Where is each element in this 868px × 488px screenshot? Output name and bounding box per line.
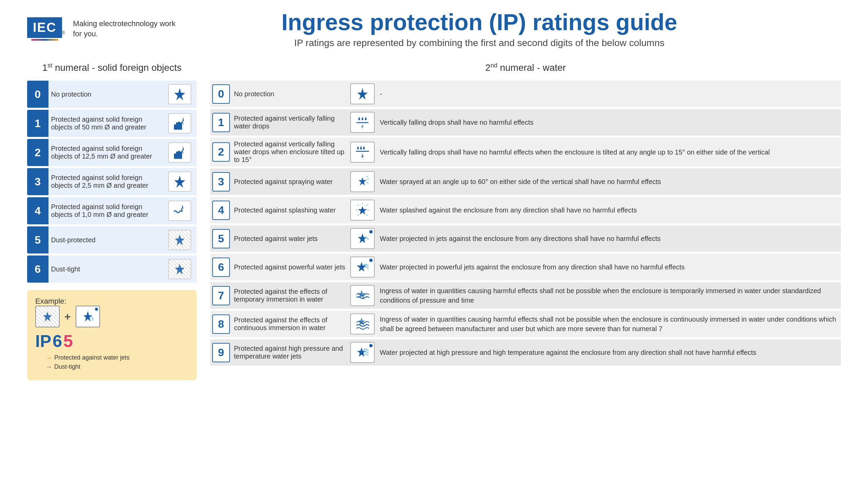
water-icon-box-7 (350, 285, 375, 306)
svg-rect-0 (174, 124, 176, 130)
iec-logo-box: IEC ® (27, 17, 62, 38)
right-col-heading: 2nd numeral - water (210, 62, 841, 73)
water-detail-1: Vertically falling drops shall have no h… (378, 109, 841, 136)
left-column: 1st numeral - solid foreign objects 0 No… (27, 62, 197, 380)
solid-num-6: 6 (27, 256, 48, 283)
water-num-8: 8 (212, 314, 230, 334)
solid-icon-3 (162, 168, 197, 195)
water-num-1: 1 (212, 113, 230, 132)
water-row-4: 4 Protected against splashing water (210, 197, 841, 223)
solid-row-3: 3 Protected against solid foreign object… (27, 168, 197, 195)
water-icon-7 (347, 282, 378, 309)
content: 1st numeral - solid foreign objects 0 No… (27, 62, 841, 380)
water-table: 0 No protection - 1 Protected against (210, 79, 841, 368)
water-desc-6: Protected against powerful water jets (232, 254, 347, 280)
water-num-7: 7 (212, 286, 230, 305)
water-desc-4: Protected against splashing water (232, 197, 347, 223)
water-icon-box-3 (350, 171, 375, 192)
water-row-2: 2 Protected against vertically falling w… (210, 138, 841, 166)
dot-indicator-5 (369, 230, 373, 233)
solid-icon-box-3 (168, 171, 191, 192)
svg-line-18 (366, 215, 367, 216)
left-col-heading: 1st numeral - solid foreign objects (27, 62, 197, 73)
svg-line-15 (358, 205, 359, 206)
water-row-5: 5 Protected against water jets Water pro… (210, 225, 841, 252)
water-icon-8 (347, 311, 378, 337)
solid-icon-2 (162, 139, 197, 166)
water-row-1: 1 Protected against vertically falling w… (210, 109, 841, 136)
solid-desc-3: Protected against solid foreign objects … (48, 168, 163, 195)
solid-num-5: 5 (27, 226, 48, 253)
arrow-line-2: → Dust-tight (45, 363, 189, 371)
water-num-0: 0 (212, 84, 230, 104)
ip-code: IP 6 5 (35, 331, 189, 351)
water-detail-8: Ingress of water in quantities causing h… (378, 311, 841, 337)
water-row-7: 7 Protected against the effects of tempo… (210, 282, 841, 309)
solid-row-4: 4 Protected against solid foreign object… (27, 197, 197, 224)
water-desc-3: Protected against spraying water (232, 168, 347, 195)
title-area: Ingress protection (IP) ratings guide IP… (185, 9, 841, 48)
water-icon-5 (347, 225, 378, 252)
solid-row-6: 6 Dust-tight (27, 256, 197, 283)
water-row-0: 0 No protection - (210, 81, 841, 107)
iec-tagline: Making electrotechnology work for you. (73, 19, 175, 40)
header: IEC ® Making electrotechnology work for … (0, 0, 868, 48)
water-icon-box-4 (350, 200, 375, 221)
svg-line-14 (366, 205, 367, 206)
solid-num-2: 2 (27, 139, 48, 166)
water-icon-box-2 (350, 142, 375, 163)
water-num-6: 6 (212, 258, 230, 277)
water-desc-1: Protected against vertically falling wat… (232, 109, 347, 136)
solid-row-1: 1 Protected against solid foreign object… (27, 110, 197, 137)
solid-desc-6: Dust-tight (48, 256, 163, 283)
svg-rect-2 (178, 122, 180, 130)
water-detail-7: Ingress of water in quantities causing h… (378, 282, 841, 309)
svg-rect-1 (176, 122, 178, 130)
water-num-9: 9 (212, 343, 230, 362)
solid-row-5: 5 Dust-protected (27, 226, 197, 253)
water-row-9: 9 Protected against high pressure and te… (210, 339, 841, 366)
water-icon-4 (347, 197, 378, 223)
arrow-label-1: Protected against water jets (54, 354, 130, 361)
arrow-line-1: → Protected against water jets (45, 354, 189, 362)
solid-desc-5: Dust-protected (48, 226, 163, 253)
ip-digit1: 6 (53, 331, 62, 351)
ip-prefix: IP (35, 331, 51, 351)
arrow-labels: → Protected against water jets → Dust-ti… (45, 354, 189, 371)
svg-rect-7 (180, 151, 182, 159)
solid-icon-box-2 (168, 142, 191, 163)
solid-icon-box-0 (168, 84, 191, 104)
water-icon-box-9 (350, 342, 375, 363)
solid-num-1: 1 (27, 110, 48, 137)
solid-icon-box-6 (168, 259, 191, 279)
example-icon-dust (35, 306, 60, 327)
arrow-label-2: Dust-tight (54, 363, 80, 370)
svg-line-10 (366, 176, 368, 177)
main-title: Ingress protection (IP) ratings guide (185, 9, 773, 35)
svg-line-11 (367, 179, 369, 180)
svg-rect-5 (176, 151, 178, 159)
water-desc-2: Protected against vertically falling wat… (232, 138, 347, 166)
solid-icon-1 (162, 110, 197, 137)
solid-icon-box-5 (168, 230, 191, 250)
solid-icon-5 (162, 226, 197, 253)
ip-digit2: 5 (63, 331, 73, 351)
solid-num-0: 0 (27, 81, 48, 108)
solid-desc-4: Protected against solid foreign objects … (48, 197, 163, 224)
water-detail-0: - (378, 81, 841, 107)
solid-desc-2: Protected against solid foreign objects … (48, 139, 163, 166)
solid-num-4: 4 (27, 197, 48, 224)
solid-icon-box-1 (168, 113, 191, 134)
svg-line-19 (358, 215, 359, 216)
svg-rect-6 (178, 151, 180, 159)
water-icon-box-1 (350, 112, 375, 133)
water-row-3: 3 Protected against spraying water (210, 168, 841, 195)
solid-row-2: 2 Protected against solid foreign object… (27, 139, 197, 166)
example-box: Example: + IP (27, 290, 197, 380)
water-desc-0: No protection (232, 81, 347, 107)
water-icon-box-8 (350, 313, 375, 334)
dot-indicator-6 (369, 259, 373, 262)
water-desc-7: Protected against the effects of tempora… (232, 282, 347, 309)
solid-desc-0: No protection (48, 81, 163, 108)
iec-logo: IEC ® Making electrotechnology work for … (27, 17, 175, 41)
